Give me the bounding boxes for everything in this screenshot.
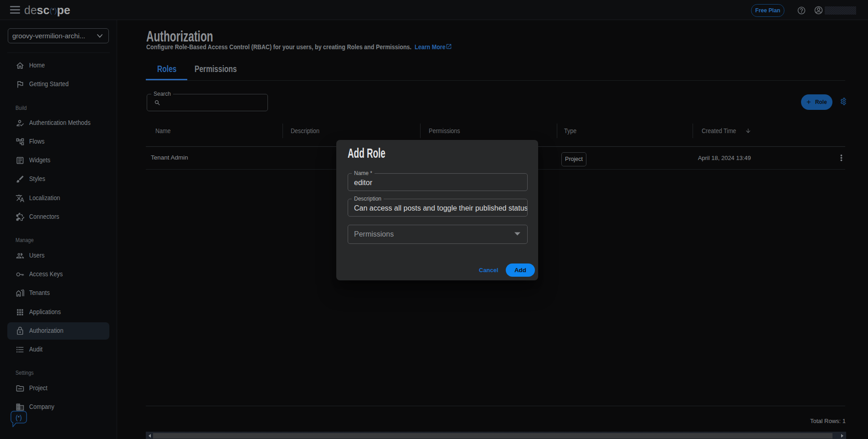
svg-text:(*): (*) [15, 414, 22, 421]
